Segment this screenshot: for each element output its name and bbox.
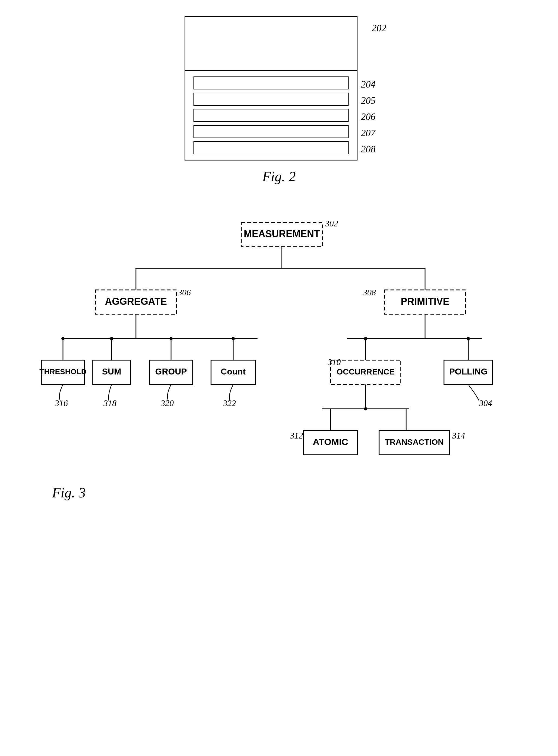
ref-308: 308 <box>363 287 376 297</box>
label-202: 202 <box>372 22 386 34</box>
fig2-bottom-section: 204 205 206 207 <box>185 71 357 160</box>
ref-312: 312 <box>290 431 303 440</box>
page: 202 204 205 206 <box>0 0 558 756</box>
node-primitive: PRIMITIVE <box>384 290 465 314</box>
fig2-row-204 <box>194 76 349 89</box>
label-aggregate: AGGREGATE <box>105 296 167 307</box>
ref-314: 314 <box>452 431 465 440</box>
node-aggregate: AGGREGATE <box>95 290 176 314</box>
label-primitive: PRIMITIVE <box>401 296 449 307</box>
label-count: Count <box>221 367 246 376</box>
node-measurement: MEASUREMENT <box>241 223 322 247</box>
fig3-container: MEASUREMENT 302 AGGREGATE 306 PRIMITIVE <box>36 212 522 495</box>
label-transaction: TRANSACTION <box>384 438 443 446</box>
ref-316: 316 <box>55 398 68 408</box>
label-group: GROUP <box>155 367 187 376</box>
node-occurrence: OCCURRENCE <box>330 360 401 385</box>
ref-320: 320 <box>160 398 174 408</box>
label-atomic: ATOMIC <box>313 437 348 447</box>
label-207: 207 <box>361 127 376 139</box>
label-205: 205 <box>361 95 376 106</box>
ref-318: 318 <box>103 398 117 408</box>
fig2-caption: Fig. 2 <box>157 168 401 185</box>
ref-304: 304 <box>479 398 492 408</box>
node-transaction: TRANSACTION <box>379 431 449 455</box>
fig2-row-206 <box>194 109 349 122</box>
dot-atomic-trans <box>364 407 367 411</box>
fig2-top-section <box>185 17 357 71</box>
fig2-row-205 <box>194 93 349 106</box>
label-206: 206 <box>361 111 376 122</box>
fig2-row-208 <box>194 141 349 154</box>
label-204: 204 <box>361 79 376 90</box>
ref-310: 310 <box>328 357 341 367</box>
label-polling: POLLING <box>449 367 487 376</box>
ref-306: 306 <box>178 287 191 297</box>
fig3-diagram: MEASUREMENT 302 AGGREGATE 306 PRIMITIVE <box>36 212 522 495</box>
node-atomic: ATOMIC <box>303 431 357 455</box>
node-group: GROUP <box>149 360 193 385</box>
node-sum: SUM <box>93 360 130 385</box>
curve-304 <box>468 385 479 401</box>
fig2-diagram: 202 204 205 206 <box>184 16 374 160</box>
node-count: Count <box>211 360 255 385</box>
fig2-container: 202 204 205 206 <box>157 16 401 201</box>
fig3-caption: Fig. 3 <box>52 485 86 501</box>
node-polling: POLLING <box>444 360 492 385</box>
ref-302: 302 <box>325 218 338 228</box>
label-occurrence: OCCURRENCE <box>336 367 395 376</box>
ref-322: 322 <box>223 398 236 408</box>
label-measurement: MEASUREMENT <box>244 228 320 239</box>
label-208: 208 <box>361 144 376 155</box>
node-threshold: THRESHOLD <box>39 360 86 385</box>
label-sum: SUM <box>102 367 121 376</box>
fig2-row-207 <box>194 125 349 138</box>
label-threshold: THRESHOLD <box>39 367 86 376</box>
outer-box: 202 204 205 206 <box>184 16 357 160</box>
